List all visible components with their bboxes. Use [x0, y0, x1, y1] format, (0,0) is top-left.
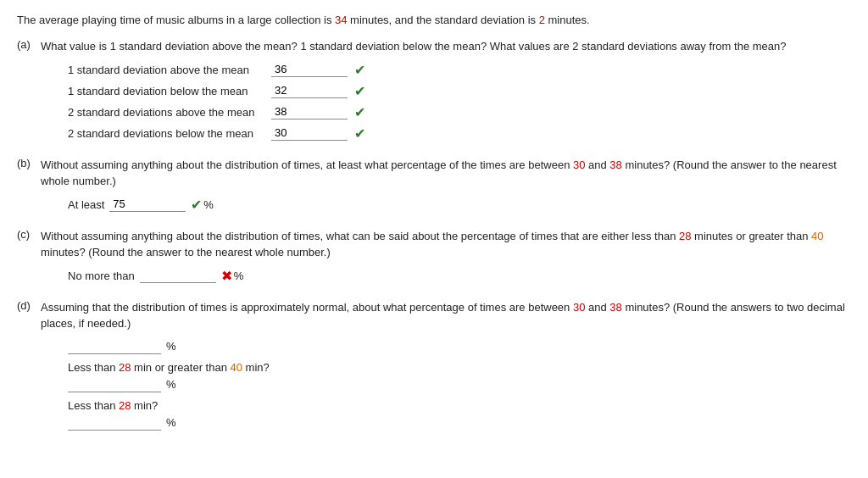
part-a-label-4: 2 standard deviations below the mean — [68, 127, 271, 140]
part-d-sub-label-2: Less than 28 min? — [68, 399, 851, 412]
part-d-sub-label-1: Less than 28 min or greater than 40 min? — [68, 361, 851, 374]
part-a-label-2: 1 standard deviation below the mean — [68, 85, 271, 97]
part-a-row-2: 1 standard deviation below the mean ✔ — [68, 83, 851, 99]
part-a-letter: (a) — [17, 38, 41, 51]
part-d-header: (d) Assuming that the distribution of ti… — [17, 299, 851, 332]
part-c-percent: % — [234, 270, 244, 282]
part-d-sub-2: Less than 28 min or greater than 40 min?… — [68, 361, 851, 392]
part-c-cross: ✖ — [221, 268, 232, 284]
part-b-answer-row: At least ✔ % — [68, 197, 851, 213]
part-a-input-2[interactable] — [271, 83, 348, 98]
part-d-row-3: % — [68, 415, 851, 431]
part-b-percent: % — [203, 198, 214, 211]
part-b-header: (b) Without assuming anything about the … — [17, 157, 851, 190]
part-d-input-2[interactable] — [68, 377, 161, 392]
part-d-row-2: % — [68, 377, 851, 392]
part-d-percent-2: % — [166, 378, 176, 391]
part-a-row-3: 2 standard deviations above the mean ✔ — [68, 104, 851, 120]
part-c-input[interactable] — [140, 268, 216, 283]
part-a-input-1[interactable] — [271, 62, 348, 77]
intro-before-mean: The average playing time of music albums… — [17, 14, 335, 26]
part-b-section: (b) Without assuming anything about the … — [17, 157, 851, 213]
part-c-answer-row: No more than ✖ % — [68, 268, 851, 284]
part-d-input-1[interactable] — [68, 339, 161, 354]
part-d-sub-3: Less than 28 min? % — [68, 399, 851, 431]
part-d-percent-1: % — [166, 340, 176, 353]
part-d-letter: (d) — [17, 299, 41, 312]
part-a-label-1: 1 standard deviation above the mean — [68, 64, 271, 76]
part-d-sub-1: % — [68, 339, 851, 354]
part-a-header: (a) What value is 1 standard deviation a… — [17, 38, 851, 55]
sd-value: 2 — [539, 14, 545, 26]
part-a-row-1: 1 standard deviation above the mean ✔ — [68, 62, 851, 78]
part-a-row-4: 2 standard deviations below the mean ✔ — [68, 125, 851, 142]
part-d-row-1: % — [68, 339, 851, 354]
part-d-input-3[interactable] — [68, 415, 161, 431]
part-c-section: (c) Without assuming anything about the … — [17, 228, 851, 284]
part-a-section: (a) What value is 1 standard deviation a… — [17, 38, 851, 142]
intro-after: minutes. — [545, 14, 590, 26]
part-c-inline-label: No more than — [68, 270, 135, 282]
part-b-input[interactable] — [109, 197, 186, 212]
part-a-check-2: ✔ — [354, 83, 365, 99]
part-a-input-4[interactable] — [271, 125, 348, 141]
part-a-check-4: ✔ — [354, 125, 365, 142]
part-a-question: What value is 1 standard deviation above… — [41, 38, 851, 55]
intro-between: minutes, and the standard deviation is — [347, 14, 538, 26]
part-d-question: Assuming that the distribution of times … — [41, 299, 851, 332]
part-b-check: ✔ — [191, 197, 202, 213]
part-b-letter: (b) — [17, 157, 41, 170]
part-a-check-3: ✔ — [354, 104, 365, 120]
part-c-question: Without assuming anything about the dist… — [41, 228, 851, 261]
mean-value: 34 — [335, 14, 347, 26]
part-b-inline-label: At least — [68, 198, 104, 211]
part-b-question: Without assuming anything about the dist… — [41, 157, 851, 190]
part-c-header: (c) Without assuming anything about the … — [17, 228, 851, 261]
part-d-section: (d) Assuming that the distribution of ti… — [17, 299, 851, 431]
part-c-letter: (c) — [17, 228, 41, 241]
part-a-check-1: ✔ — [354, 62, 365, 78]
part-a-label-3: 2 standard deviations above the mean — [68, 106, 271, 119]
intro-text: The average playing time of music albums… — [17, 14, 851, 26]
part-d-percent-3: % — [166, 416, 176, 429]
part-a-input-3[interactable] — [271, 104, 348, 119]
